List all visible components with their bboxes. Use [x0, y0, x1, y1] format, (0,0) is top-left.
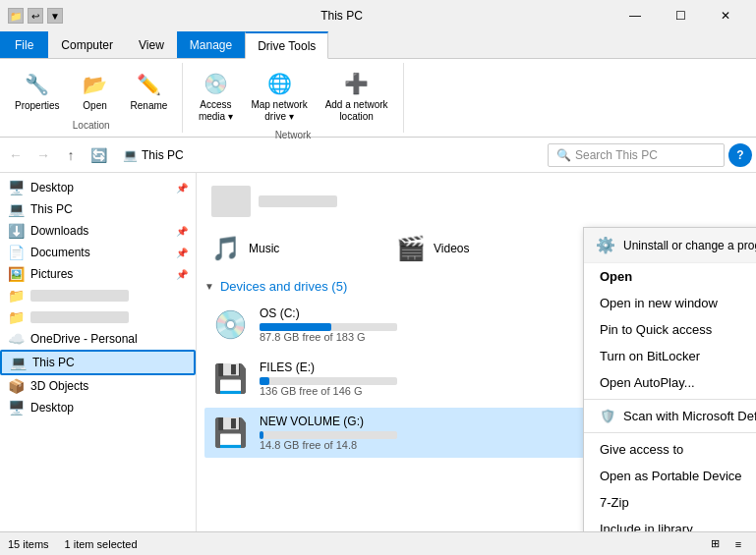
- ctx-item-open[interactable]: Open: [584, 263, 756, 290]
- ribbon-btn-open[interactable]: 📂 Open: [71, 64, 120, 117]
- help-button[interactable]: ?: [728, 143, 752, 167]
- tab-view[interactable]: View: [126, 31, 177, 58]
- ctx-item-autoplay[interactable]: Open AutoPlay...: [584, 369, 756, 396]
- sidebar-item-documents[interactable]: 📄 Documents 📌: [0, 242, 196, 263]
- title-icon-1: 📁: [8, 8, 24, 24]
- ctx-autoplay-label: Open AutoPlay...: [600, 375, 695, 390]
- folder-videos[interactable]: 🎬 Videos: [389, 230, 566, 267]
- sidebar-item-this-pc[interactable]: 💻 This PC: [0, 350, 196, 375]
- ribbon-btn-map-drive-label: Map networkdrive ▾: [251, 99, 307, 123]
- ctx-separator-2: [584, 432, 756, 433]
- documents-icon: 📄: [8, 245, 25, 260]
- defender-shield-icon: 🛡️: [600, 409, 615, 423]
- close-button[interactable]: ✕: [703, 0, 748, 31]
- map-drive-icon: 🌐: [263, 68, 295, 99]
- ctx-defender-label: Scan with Microsoft Defender...: [623, 409, 756, 423]
- context-menu: ⚙️ Uninstall or change a program Open Op…: [583, 227, 756, 531]
- ctx-item-pin-quick-access[interactable]: Pin to Quick access: [584, 316, 756, 343]
- content-area: 🎵 Music 🎬 Videos ▼ Devices and drives (5…: [197, 173, 756, 531]
- ctx-item-give-access[interactable]: Give access to ▶: [584, 436, 756, 463]
- properties-icon: 🔧: [22, 69, 53, 100]
- sidebar-item-desktop-bottom[interactable]: 🖥️ Desktop: [0, 397, 196, 418]
- ribbon-btn-open-label: Open: [83, 100, 106, 112]
- window-controls: — ☐ ✕: [612, 0, 748, 31]
- folder-documents-blurred[interactable]: [204, 181, 381, 222]
- pin-icon: 📌: [176, 183, 188, 194]
- minimize-button[interactable]: —: [612, 0, 658, 31]
- ctx-portable-device-label: Open as Portable Device: [600, 469, 742, 483]
- ribbon-group-network-label: Network: [275, 128, 312, 142]
- blurred-folder-thumb: [211, 186, 251, 217]
- ctx-item-portable-device[interactable]: Open as Portable Device: [584, 463, 756, 489]
- sidebar-item-blurred-2[interactable]: 📁: [0, 306, 196, 328]
- ctx-item-open-new-window[interactable]: Open in new window: [584, 290, 756, 316]
- onedrive-icon: ☁️: [8, 331, 25, 347]
- ribbon-btn-add-location[interactable]: ➕ Add a networklocation: [319, 63, 395, 128]
- sidebar-item-onedrive[interactable]: ☁️ OneDrive - Personal: [0, 328, 196, 350]
- sidebar-item-downloads[interactable]: ⬇️ Downloads 📌: [0, 220, 196, 242]
- maximize-button[interactable]: ☐: [658, 0, 703, 31]
- ribbon-btn-map-drive[interactable]: 🌐 Map networkdrive ▾: [244, 63, 314, 128]
- pictures-icon: 🖼️: [8, 266, 25, 282]
- breadcrumb[interactable]: 💻 This PC: [114, 143, 544, 167]
- breadcrumb-pc-icon: 💻: [123, 148, 138, 162]
- ctx-item-defender[interactable]: 🛡️ Scan with Microsoft Defender...: [584, 403, 756, 429]
- back-button[interactable]: ←: [4, 143, 28, 167]
- title-icon-3: ▼: [47, 8, 63, 24]
- blurred-folder-name: [259, 195, 337, 207]
- sidebar-item-3d-objects[interactable]: 📦 3D Objects: [0, 375, 196, 397]
- breadcrumb-path: This PC: [142, 148, 184, 162]
- tab-file[interactable]: File: [0, 31, 48, 58]
- music-folder-icon: 🎵: [211, 235, 241, 262]
- sidebar-item-this-pc-label: This PC: [32, 356, 186, 369]
- nav-bar: ← → ↑ 🔄 💻 This PC 🔍 Search This PC ?: [0, 138, 756, 173]
- status-items-count: 15 items: [8, 538, 49, 550]
- rename-icon: ✏️: [133, 69, 164, 100]
- ribbon-btn-access-media[interactable]: 💿 Accessmedia ▾: [191, 63, 240, 128]
- tab-manage[interactable]: Manage: [177, 31, 245, 58]
- sidebar-item-desktop[interactable]: 🖥️ Desktop 📌: [0, 177, 196, 198]
- drive-e-bar-fill: [260, 377, 269, 385]
- context-menu-header: ⚙️ Uninstall or change a program: [584, 228, 756, 263]
- videos-folder-icon: 🎬: [396, 235, 426, 262]
- drive-e-bar-bg: [260, 377, 397, 385]
- ctx-item-bitlocker[interactable]: Turn on BitLocker: [584, 343, 756, 369]
- ribbon-btn-rename[interactable]: ✏️ Rename: [124, 64, 175, 117]
- folders-row: [204, 181, 748, 222]
- ribbon-btn-rename-label: Rename: [131, 100, 168, 112]
- ctx-bitlocker-label: Turn on BitLocker: [600, 349, 700, 363]
- tab-drive-tools[interactable]: Drive Tools: [245, 31, 328, 59]
- title-bar-icons: 📁 ↩ ▼: [8, 8, 63, 24]
- ribbon-btn-properties[interactable]: 🔧 Properties: [8, 64, 67, 117]
- ribbon-group-location-items: 🔧 Properties 📂 Open ✏️ Rename: [8, 63, 174, 118]
- ribbon-group-location-label: Location: [73, 118, 110, 133]
- blurred-label-2: [30, 311, 129, 323]
- music-folder-label: Music: [249, 242, 279, 255]
- folder-music[interactable]: 🎵 Music: [204, 230, 381, 267]
- refresh-button[interactable]: 🔄: [87, 143, 110, 167]
- downloads-icon: ⬇️: [8, 223, 25, 239]
- sidebar-item-this-pc-top[interactable]: 💻 This PC: [0, 198, 196, 220]
- search-placeholder: Search This PC: [575, 148, 658, 162]
- drive-c-bar-fill: [260, 323, 331, 331]
- drive-g-bar-bg: [260, 431, 397, 439]
- ctx-item-7zip[interactable]: 7-Zip ▶: [584, 489, 756, 516]
- pin-icon-dl: 📌: [176, 226, 188, 237]
- ctx-item-include-library[interactable]: Include in library ▶: [584, 516, 756, 531]
- open-icon: 📂: [80, 69, 111, 100]
- tab-computer[interactable]: Computer: [48, 31, 126, 58]
- pin-icon-doc: 📌: [176, 248, 188, 258]
- list-view-button[interactable]: ≡: [728, 534, 748, 554]
- sidebar-item-pictures[interactable]: 🖼️ Pictures 📌: [0, 263, 196, 285]
- access-media-icon: 💿: [200, 68, 231, 99]
- up-button[interactable]: ↑: [59, 143, 83, 167]
- search-bar[interactable]: 🔍 Search This PC: [548, 143, 725, 167]
- drive-c-bar-bg: [260, 323, 397, 331]
- ctx-open-label: Open: [600, 269, 632, 284]
- ribbon-btn-add-location-label: Add a networklocation: [325, 99, 388, 123]
- sidebar-item-blurred-1[interactable]: 📁: [0, 285, 196, 306]
- large-icons-view-button[interactable]: ⊞: [705, 534, 725, 554]
- forward-button[interactable]: →: [31, 143, 55, 167]
- ribbon-btn-properties-label: Properties: [15, 100, 60, 112]
- section-chevron-icon: ▼: [204, 281, 214, 292]
